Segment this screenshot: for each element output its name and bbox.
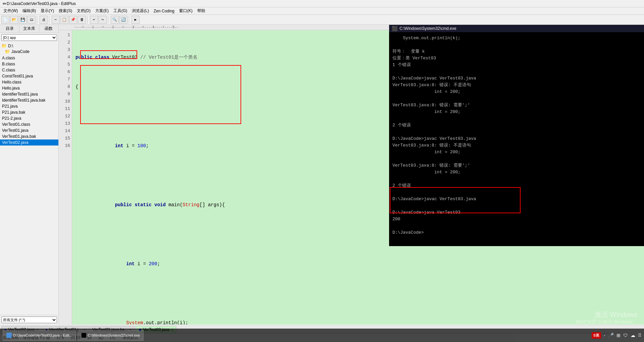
menu-project[interactable]: 方案(E) [93, 7, 111, 14]
cmd-line-25 [392, 203, 641, 209]
sidebar: 目录 文本库 函数 [D:] app 📁 D:\ 📁 JavaCode A.cl… [0, 25, 59, 325]
code-line-10: System.out.println(i); [75, 319, 641, 325]
taskbar-cmd-icon [81, 333, 87, 338]
sidebar-tab-directory[interactable]: 目录 [0, 25, 19, 33]
file-item-helloclass[interactable]: Hello.class [0, 79, 58, 85]
tray-shield-icon[interactable]: 🛡 [623, 333, 628, 338]
paste-button[interactable]: 📌 [69, 16, 77, 24]
sidebar-bottom: 所有文件 (*.*) [0, 315, 58, 325]
cmd-line-4: 1 个错误 [392, 62, 641, 68]
menu-tools[interactable]: 工具(G) [111, 7, 129, 14]
cmd-line-28 [392, 223, 641, 229]
cmd-line-0: System.out.println(k); [392, 35, 641, 42]
cmd-line-2: 符号： 变量 k [392, 48, 641, 55]
redo-button[interactable]: ↪ [99, 16, 107, 24]
file-item-p21[interactable]: P21.java [0, 103, 58, 109]
file-filter-select[interactable]: 所有文件 (*.*) [1, 317, 57, 323]
tray-grid-icon[interactable]: ⊞ [616, 333, 621, 338]
find-button[interactable]: 🔍 [111, 16, 119, 24]
folder-icon-javacode: 📁 [5, 49, 10, 54]
taskbar-editplus-label: D:\JavaCode\VerTest03.java - Edit... [13, 333, 72, 337]
file-item-aclass[interactable]: A.class [0, 55, 58, 61]
cmd-line-7: VerTest03.java:8: 错误: 不是语句 [392, 82, 641, 89]
cmd-line-17: int = 200; [392, 149, 641, 156]
tree-item-javacode[interactable]: 📁 JavaCode [0, 49, 58, 54]
cmd-line-9 [392, 95, 641, 102]
menu-help[interactable]: 帮助 [195, 7, 207, 14]
drive-select[interactable]: [D:] app [1, 34, 57, 41]
undo-button[interactable]: ↩ [90, 16, 98, 24]
taskbar: D:\JavaCode\VerTest03.java - Edit... C:\… [0, 329, 644, 342]
sidebar-tab-textlib[interactable]: 文本库 [19, 25, 39, 33]
menu-edit[interactable]: 编辑(B) [20, 7, 38, 14]
tray-cloud-icon[interactable]: ☁ [631, 333, 635, 338]
menu-window[interactable]: 窗口(K) [177, 7, 195, 14]
tray-sogou-icon[interactable]: S英 [592, 332, 601, 339]
cmd-line-29: D:\JavaCode> [392, 229, 641, 236]
menu-browser[interactable]: 浏览器(L) [130, 7, 151, 14]
run-button[interactable]: ▶ [131, 16, 140, 24]
cmd-line-19: VerTest03.java:8: 错误: 需要';' [392, 162, 641, 169]
cmd-line-14 [392, 129, 641, 135]
editplus-icon: ✏ [3, 1, 7, 6]
cmd-line-1 [392, 42, 641, 48]
file-item-vertest01java[interactable]: VerTest01.java [0, 127, 58, 133]
file-item-identtest01bak[interactable]: IdentifierTest01.java.bak [0, 97, 58, 103]
file-item-p212[interactable]: P21-2.java [0, 115, 58, 121]
save-button[interactable]: 💾 [19, 16, 27, 24]
file-item-hellojava[interactable]: Hello.java [0, 85, 58, 91]
main-layout: 目录 文本库 函数 [D:] app 📁 D:\ 📁 JavaCode A.cl… [0, 25, 644, 325]
menu-zen[interactable]: Zen Coding [152, 8, 176, 14]
save-all-button[interactable]: 🗂 [28, 16, 36, 24]
open-button[interactable]: 📂 [10, 16, 18, 24]
file-item-vertest01class[interactable]: VerTest01.class [0, 121, 58, 127]
separator4 [108, 16, 109, 24]
taskbar-editplus[interactable]: D:\JavaCode\VerTest03.java - Edit... [3, 330, 76, 341]
toolbar: 📄 📂 💾 🗂 🖨 ✂ 📋 📌 🗑 ↩ ↪ 🔍 🔄 ▶ [0, 15, 644, 25]
sidebar-tab-functions[interactable]: 函数 [39, 25, 58, 33]
cut-button[interactable]: ✂ [52, 16, 60, 24]
file-item-vertest01bak[interactable]: VerTest01.java.bak [0, 133, 58, 139]
cmd-line-23 [392, 189, 641, 196]
file-item-consttest01[interactable]: ConstTest01.java [0, 73, 58, 79]
cmd-line-3: 位置：类 VerTest03 [392, 55, 641, 62]
taskbar-cmd[interactable]: C:\Windows\System32\cmd.exe [77, 330, 144, 341]
tree-item-javacode-label: JavaCode [11, 49, 30, 54]
tree-item-d-label: D:\ [8, 44, 13, 48]
file-item-cclass[interactable]: C.class [0, 67, 58, 73]
tray-apps-icon[interactable]: ⠿ [638, 333, 641, 338]
tray-dot-icon: · [604, 332, 605, 339]
taskbar-cmd-label: C:\Windows\System32\cmd.exe [88, 333, 140, 337]
menu-doc[interactable]: 文档(D) [75, 7, 93, 14]
cmd-line-16: VerTest03.java:8: 错误: 不是语句 [392, 142, 641, 149]
tray-mic-icon[interactable]: 🎤 [608, 333, 614, 338]
code-line-9 [75, 290, 641, 297]
title-bar: ✏ D:\JavaCode\VerTest03.java - EditPlus [0, 0, 644, 7]
cmd-line-13: 2 个错误 [392, 122, 641, 129]
window-title: D:\JavaCode\VerTest03.java - EditPlus [7, 1, 76, 6]
new-button[interactable]: 📄 [1, 16, 9, 24]
cmd-line-10: VerTest03.java:8: 错误: 需要';' [392, 102, 641, 109]
code-line-8: int i = 200; [75, 260, 641, 268]
cmd-line-12 [392, 115, 641, 122]
menu-bar: 文件(W) 编辑(B) 显示(Y) 搜索(S) 文档(D) 方案(E) 工具(G… [0, 7, 644, 15]
cmd-line-5 [392, 68, 641, 75]
delete-button[interactable]: 🗑 [78, 16, 86, 24]
cmd-line-22: 2 个错误 [392, 182, 641, 189]
sidebar-tabs: 目录 文本库 函数 [0, 25, 58, 33]
tree-item-d[interactable]: 📁 D:\ [0, 43, 58, 49]
file-item-identtest01[interactable]: IdentifierTest01.java [0, 91, 58, 97]
copy-button[interactable]: 📋 [60, 16, 68, 24]
replace-button[interactable]: 🔄 [119, 16, 127, 24]
taskbar-right: S英 · 🎤 ⊞ 🛡 ☁ ⠿ [592, 332, 641, 339]
file-item-vertest02[interactable]: VerTest02.java [0, 139, 58, 146]
drive-combo[interactable]: [D:] app [1, 34, 57, 41]
file-item-p21bak[interactable]: P21.java.bak [0, 109, 58, 115]
menu-file[interactable]: 文件(W) [1, 7, 20, 14]
cmd-line-27: 200 [392, 216, 641, 223]
cmd-title-bar: ⬛ C:\Windows\System32\cmd.exe [389, 25, 644, 32]
file-item-bclass[interactable]: B.class [0, 61, 58, 67]
print-button[interactable]: 🖨 [40, 16, 48, 24]
menu-search[interactable]: 搜索(S) [57, 7, 74, 14]
menu-view[interactable]: 显示(Y) [39, 7, 56, 14]
